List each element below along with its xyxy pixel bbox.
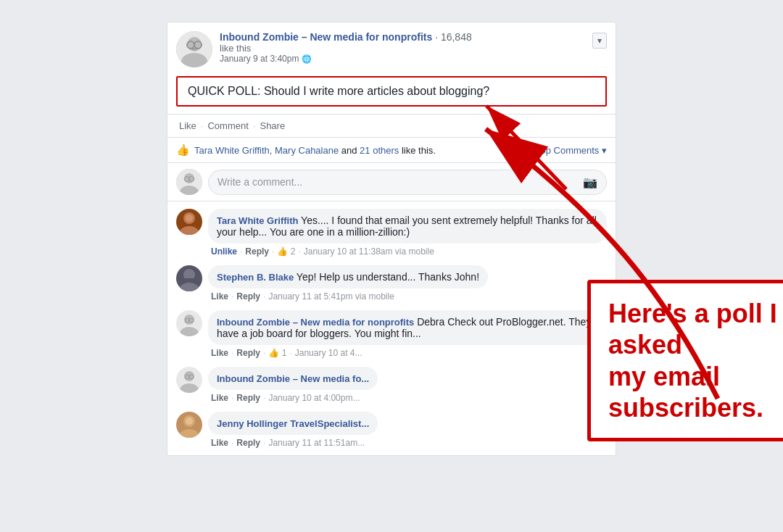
commenter-name-tara[interactable]: Tara White Griffith bbox=[217, 215, 298, 226]
commenter-avatar-tara bbox=[176, 209, 202, 235]
liker-1[interactable]: Tara White Griffith, Mary Cahalane bbox=[194, 145, 339, 156]
comment-bubble-tara: Tara White Griffith Yes.... I found that… bbox=[208, 209, 607, 244]
top-comments-dropdown[interactable]: Top Comments ▾ bbox=[536, 145, 607, 156]
comment-body-tara: Tara White Griffith Yes.... I found that… bbox=[208, 209, 607, 257]
like-this: like this bbox=[220, 43, 607, 54]
comment-time-tara: January 10 at 11:38am via mobile bbox=[304, 246, 434, 257]
svg-rect-23 bbox=[183, 278, 195, 281]
commenter-name-iz2[interactable]: Inbound Zombie – New media fo... bbox=[217, 373, 369, 384]
like-link-jenny[interactable]: Like bbox=[211, 438, 228, 448]
comment-action[interactable]: Comment bbox=[204, 119, 251, 133]
callout-text: Here's a poll I asked my email subscribe… bbox=[608, 298, 783, 423]
likes-bar: 👍 Tara White Griffith, Mary Cahalane and… bbox=[167, 138, 616, 163]
comment-time-jenny: January 11 at 11:51am... bbox=[268, 438, 365, 448]
dropdown-button[interactable]: ▾ bbox=[592, 33, 607, 49]
reply-link-iz2[interactable]: Reply bbox=[236, 393, 260, 403]
like-action[interactable]: Like bbox=[176, 119, 199, 133]
like-link-iz2[interactable]: Like bbox=[211, 393, 228, 403]
reply-link-tara[interactable]: Reply bbox=[245, 246, 269, 257]
comment-placeholder: Write a comment... bbox=[218, 176, 302, 188]
unlike-link-tara[interactable]: Unlike bbox=[211, 246, 237, 257]
thumbs-up-icon: 👍 bbox=[176, 144, 190, 157]
comments-section: Tara White Griffith Yes.... I found that… bbox=[167, 201, 616, 455]
comment-actions-iz2: Like · Reply · January 10 at 4:00pm... bbox=[208, 393, 607, 403]
commenter-avatar-iz1 bbox=[176, 310, 202, 336]
comment-bubble-stephen: Stephen B. Blake Yep! Help us understand… bbox=[208, 265, 488, 288]
commenter-name-iz1[interactable]: Inbound Zombie – New media for nonprofit… bbox=[217, 317, 414, 328]
comment-text-stephen: Yep! Help us understand... Thanks John! bbox=[297, 271, 479, 283]
post-time: January 9 at 3:40pm 🌐 bbox=[220, 54, 607, 64]
commenter-avatar-stephen bbox=[176, 265, 202, 291]
comment-body-iz1: Inbound Zombie – New media for nonprofit… bbox=[208, 310, 607, 358]
comment-like-count-tara: 👍 2 bbox=[277, 246, 295, 257]
comment-bubble-iz2: Inbound Zombie – New media fo... bbox=[208, 367, 378, 390]
comment-like-count-iz1: 👍 1 bbox=[268, 348, 286, 358]
comment-item-stephen: Stephen B. Blake Yep! Help us understand… bbox=[167, 261, 616, 306]
reply-link-jenny[interactable]: Reply bbox=[236, 438, 260, 448]
share-action[interactable]: Share bbox=[257, 119, 288, 133]
reply-link-stephen[interactable]: Reply bbox=[236, 291, 260, 302]
comment-actions-jenny: Like · Reply · January 11 at 11:51am... bbox=[208, 438, 607, 448]
comment-item-iz2: Inbound Zombie – New media fo... Like · … bbox=[167, 362, 616, 407]
comment-input-row: Write a comment... 📷 bbox=[167, 163, 616, 201]
post-header: Inbound Zombie – New media for nonprofit… bbox=[167, 22, 616, 73]
svg-point-37 bbox=[186, 417, 193, 425]
commenter-avatar bbox=[176, 169, 202, 195]
like-link-stephen[interactable]: Like bbox=[211, 291, 228, 302]
comment-item-jenny: Jenny Hollinger TravelSpecialist... Like… bbox=[167, 407, 616, 452]
svg-point-19 bbox=[186, 215, 193, 222]
comment-item: Tara White Griffith Yes.... I found that… bbox=[167, 204, 616, 261]
comment-item-iz1: Inbound Zombie – New media for nonprofit… bbox=[167, 306, 616, 362]
globe-icon: 🌐 bbox=[302, 54, 312, 64]
poll-question: QUICK POLL: Should I write more articles… bbox=[176, 76, 607, 107]
comment-actions-iz1: Like · Reply · 👍 1 · January 10 at 4... bbox=[208, 348, 607, 358]
comment-bubble-iz1: Inbound Zombie – New media for nonprofit… bbox=[208, 310, 607, 345]
commenter-name-jenny[interactable]: Jenny Hollinger TravelSpecialist... bbox=[217, 418, 369, 429]
camera-icon: 📷 bbox=[583, 175, 597, 189]
likes-left: 👍 Tara White Griffith, Mary Cahalane and… bbox=[176, 144, 436, 157]
comment-body-jenny: Jenny Hollinger TravelSpecialist... Like… bbox=[208, 412, 607, 448]
action-bar: Like · Comment · Share bbox=[167, 114, 616, 138]
post-meta: Inbound Zombie – New media for nonprofit… bbox=[220, 31, 607, 64]
callout-box: Here's a poll I asked my email subscribe… bbox=[587, 280, 783, 441]
like-link-iz1[interactable]: Like bbox=[211, 348, 228, 358]
comment-bubble-jenny: Jenny Hollinger TravelSpecialist... bbox=[208, 412, 378, 435]
comment-time-iz2: January 10 at 4:00pm... bbox=[268, 393, 360, 403]
facebook-post: Inbound Zombie – New media for nonprofit… bbox=[167, 22, 616, 456]
comment-body-iz2: Inbound Zombie – New media fo... Like · … bbox=[208, 367, 607, 403]
commenter-name-stephen[interactable]: Stephen B. Blake bbox=[217, 272, 294, 283]
comment-time-stephen: January 11 at 5:41pm via mobile bbox=[268, 291, 394, 302]
commenter-avatar-jenny bbox=[176, 412, 202, 438]
likes-names: Tara White Griffith, Mary Cahalane and 2… bbox=[194, 145, 436, 156]
comment-actions-stephen: Like · Reply · January 11 at 5:41pm via … bbox=[208, 291, 607, 302]
comment-body-stephen: Stephen B. Blake Yep! Help us understand… bbox=[208, 265, 607, 302]
like-count: · 16,848 bbox=[435, 31, 472, 43]
reply-link-iz1[interactable]: Reply bbox=[236, 348, 260, 358]
commenter-avatar-iz2 bbox=[176, 367, 202, 393]
comment-input-box[interactable]: Write a comment... 📷 bbox=[208, 170, 607, 195]
page-avatar bbox=[176, 31, 212, 67]
comment-time-iz1: January 10 at 4... bbox=[295, 348, 362, 358]
page-name[interactable]: Inbound Zombie – New media for nonprofit… bbox=[220, 31, 432, 43]
comment-actions-tara: Unlike · Reply · 👍 2 · January 10 at 11:… bbox=[208, 246, 607, 257]
likes-others-count[interactable]: 21 others bbox=[360, 145, 399, 156]
